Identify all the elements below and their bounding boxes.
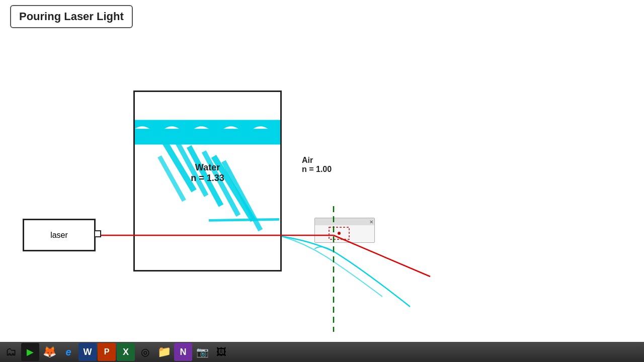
- taskbar-camera[interactable]: 📷: [193, 343, 211, 361]
- taskbar-excel[interactable]: X: [117, 343, 135, 361]
- taskbar-folder[interactable]: 📁: [155, 343, 173, 361]
- svg-point-10: [338, 232, 341, 235]
- water-label: Water n = 1.33: [191, 162, 224, 184]
- popup-content: [319, 226, 371, 240]
- taskbar-word[interactable]: W: [78, 343, 97, 361]
- title-text: Pouring Laser Light: [19, 10, 124, 23]
- simulation-area: Water n = 1.33 Air n = 1.00 laser ✕: [0, 40, 644, 342]
- laser-box: laser: [23, 219, 96, 251]
- taskbar-files[interactable]: 🗂: [2, 343, 20, 361]
- water-tank: Water n = 1.33: [133, 90, 282, 272]
- taskbar-image[interactable]: 🖼: [212, 343, 230, 361]
- taskbar-ie[interactable]: e: [59, 343, 77, 361]
- title-box: Pouring Laser Light: [10, 5, 133, 28]
- svg-line-8: [209, 219, 279, 220]
- laser-label: laser: [50, 231, 68, 240]
- popup-titlebar: ✕: [315, 218, 374, 225]
- taskbar-onenote[interactable]: N: [174, 343, 192, 361]
- taskbar-chrome[interactable]: ◎: [136, 343, 154, 361]
- popup-box[interactable]: ✕: [314, 218, 375, 243]
- taskbar-firefox[interactable]: 🦊: [40, 343, 58, 361]
- popup-close[interactable]: ✕: [369, 219, 373, 225]
- taskbar-powerpoint[interactable]: P: [98, 343, 116, 361]
- laser-connector: [94, 230, 101, 237]
- taskbar: 🗂 ▶ 🦊 e W P X ◎ 📁 N 📷 🖼: [0, 342, 644, 362]
- ray-overlay: [0, 40, 644, 342]
- taskbar-mediaplayer[interactable]: ▶: [21, 343, 39, 361]
- air-label: Air n = 1.00: [302, 156, 332, 174]
